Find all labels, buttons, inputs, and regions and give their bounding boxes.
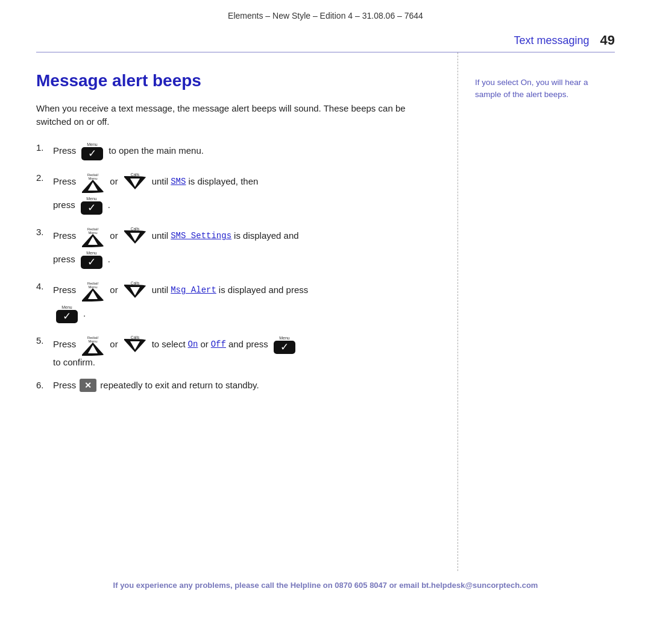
step-6-content: Press ✕ repeatedly to exit and return to… xyxy=(53,379,439,393)
step-6: 6. Press ✕ repeatedly to exit and return… xyxy=(36,379,439,393)
svg-text:Menu: Menu xyxy=(279,336,290,340)
menu-check-button-3: Menu ✓ xyxy=(79,250,104,270)
step-6-number: 6. xyxy=(36,379,53,393)
step-1-row: Press Menu ✓ to open the main menu. xyxy=(53,141,439,162)
x-button: ✕ xyxy=(80,379,96,392)
svg-text:✓: ✓ xyxy=(280,341,289,353)
menu-check-button-4: Menu ✓ xyxy=(54,304,80,324)
down-button-2: Calls xyxy=(122,171,148,193)
step-4-row1: Press Redial/ Menu or xyxy=(53,280,439,301)
step-2-number: 2. xyxy=(36,171,53,185)
sms-label-2: SMS xyxy=(171,175,186,188)
msg-alert-label: Msg Alert xyxy=(171,284,216,297)
down-button-3: Calls xyxy=(122,226,148,247)
svg-text:Menu: Menu xyxy=(86,251,97,255)
step-4: 4. Press Redial/ Menu or xyxy=(36,280,439,324)
svg-text:Calls: Calls xyxy=(130,281,139,285)
step-4-number: 4. xyxy=(36,280,53,294)
page-number: 49 xyxy=(600,33,615,48)
step-4-row2: Menu ✓ . xyxy=(53,304,439,324)
step-3-row2: press Menu ✓ . xyxy=(53,250,439,270)
svg-text:Menu: Menu xyxy=(87,142,98,147)
svg-text:✓: ✓ xyxy=(88,148,96,159)
down-button-5: Calls xyxy=(122,334,148,356)
step-3-row1: Press Redial/ Menu or xyxy=(53,226,439,247)
top-nav: Text messaging 49 xyxy=(0,27,651,52)
step-5: 5. Press Redial/ Menu or xyxy=(36,334,439,370)
svg-text:Menu: Menu xyxy=(61,305,72,309)
down-button-4: Calls xyxy=(122,280,148,301)
svg-text:✓: ✓ xyxy=(87,202,96,213)
step-1-content: Press Menu ✓ to open the main menu. xyxy=(53,141,439,162)
footer-text: If you experience any problems, please c… xyxy=(113,581,538,590)
up-button-5: Redial/ Menu xyxy=(80,334,106,356)
step-4-content: Press Redial/ Menu or xyxy=(53,280,439,324)
svg-text:Calls: Calls xyxy=(130,227,139,231)
up-button-2: Redial/ Menu xyxy=(80,171,106,193)
step-3-content: Press Redial/ Menu or xyxy=(53,226,439,270)
svg-text:✓: ✓ xyxy=(63,311,71,322)
svg-text:Menu: Menu xyxy=(86,197,97,201)
step-5-content: Press Redial/ Menu or xyxy=(53,334,439,370)
step-2-row2: press Menu ✓ . xyxy=(53,195,439,216)
step-2-content: Press Redial/ Menu or xyxy=(53,171,439,216)
header-title: Elements – New Style – Edition 4 – 31.08… xyxy=(228,11,423,21)
step-1-number: 1. xyxy=(36,141,53,155)
main-layout: Message alert beeps When you receive a t… xyxy=(36,52,615,571)
sidebar-note: If you select On, you will hear a sample… xyxy=(475,77,615,101)
step-2-row1: Press Redial/ Menu or xyxy=(53,171,439,193)
page-footer: If you experience any problems, please c… xyxy=(0,571,651,599)
svg-text:Calls: Calls xyxy=(130,172,139,177)
intro-text: When you receive a text message, the mes… xyxy=(36,102,439,129)
section-title: Text messaging xyxy=(514,34,589,47)
sidebar-area: If you select On, you will hear a sample… xyxy=(458,52,615,571)
menu-check-button-1: Menu ✓ xyxy=(80,141,105,162)
menu-check-button-5: Menu ✓ xyxy=(272,335,297,355)
step-3-number: 3. xyxy=(36,226,53,239)
steps-list: 1. Press Menu ✓ to open the main menu. xyxy=(36,141,439,393)
step-6-row: Press ✕ repeatedly to exit and return to… xyxy=(53,379,439,393)
up-button-3: Redial/ Menu xyxy=(80,226,106,247)
step-5-number: 5. xyxy=(36,334,53,348)
off-label: Off xyxy=(211,338,226,351)
on-label: On xyxy=(188,338,198,351)
sms-settings-label: SMS Settings xyxy=(171,230,231,242)
content-area: Message alert beeps When you receive a t… xyxy=(36,52,458,571)
step-5-row1: Press Redial/ Menu or xyxy=(53,334,439,356)
step-5-row2: to confirm. xyxy=(53,356,439,370)
svg-text:Calls: Calls xyxy=(130,335,139,339)
step-3: 3. Press Redial/ Menu or xyxy=(36,226,439,270)
section-heading: Message alert beeps xyxy=(36,71,439,91)
step-2: 2. Press Redial/ Menu xyxy=(36,171,439,216)
up-button-4: Redial/ Menu xyxy=(80,280,106,301)
page-header: Elements – New Style – Edition 4 – 31.08… xyxy=(0,0,651,27)
menu-check-button-2: Menu ✓ xyxy=(79,195,104,216)
svg-text:✓: ✓ xyxy=(87,256,96,268)
step-1: 1. Press Menu ✓ to open the main menu. xyxy=(36,141,439,162)
